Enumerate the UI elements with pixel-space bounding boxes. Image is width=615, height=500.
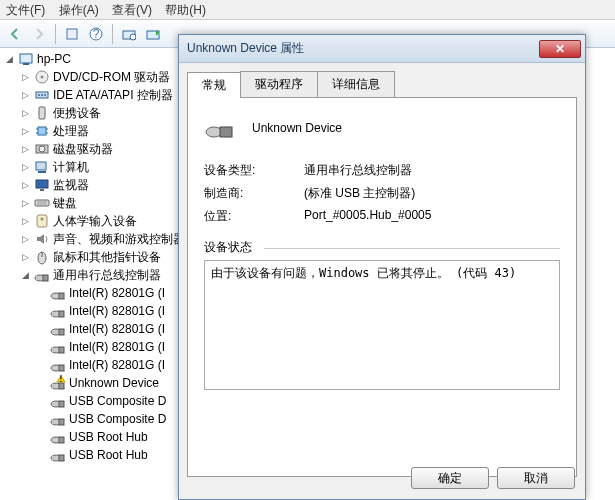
svg-rect-34: [43, 275, 48, 281]
tree-label: USB Root Hub: [69, 430, 148, 444]
tree-label: USB Composite D: [69, 412, 166, 426]
computer-icon: [18, 51, 34, 67]
svg-rect-22: [36, 162, 46, 170]
computer-icon: [34, 159, 50, 175]
update-button[interactable]: [142, 23, 164, 45]
properties-button[interactable]: [61, 23, 83, 45]
close-icon: ✕: [555, 42, 565, 56]
menu-action[interactable]: 操作(A): [59, 3, 99, 17]
ide-icon: [34, 87, 50, 103]
usb-icon: [50, 285, 66, 301]
tree-label: hp-PC: [37, 52, 71, 66]
device-type-value: 通用串行总线控制器: [304, 162, 560, 179]
ok-button[interactable]: 确定: [411, 467, 489, 489]
cancel-button[interactable]: 取消: [497, 467, 575, 489]
tree-label: 人体学输入设备: [53, 213, 137, 230]
properties-dialog: Unknown Device 属性 ✕ 常规 驱动程序 详细信息 Unknown…: [178, 34, 586, 500]
location-label: 位置:: [204, 208, 304, 225]
usb-icon: [50, 411, 66, 427]
svg-rect-7: [23, 63, 29, 65]
collapse-icon[interactable]: ◢: [4, 54, 15, 65]
close-button[interactable]: ✕: [539, 40, 581, 58]
svg-rect-42: [59, 347, 64, 353]
tree-label: 处理器: [53, 123, 89, 140]
usb-device-icon: [204, 112, 236, 144]
svg-rect-36: [59, 293, 64, 299]
svg-rect-49: [59, 401, 64, 407]
menu-view[interactable]: 查看(V): [112, 3, 152, 17]
expand-icon[interactable]: ▷: [20, 144, 31, 155]
svg-rect-15: [38, 127, 46, 135]
svg-point-30: [41, 218, 44, 221]
tree-label: 便携设备: [53, 105, 101, 122]
svg-point-21: [39, 146, 45, 152]
tree-label: Intel(R) 82801G (I: [69, 340, 165, 354]
svg-rect-57: [220, 127, 232, 137]
usb-icon: [34, 267, 50, 283]
usb-warn-icon: !: [50, 375, 66, 391]
expand-icon[interactable]: ▷: [20, 90, 31, 101]
svg-rect-40: [59, 329, 64, 335]
tab-details[interactable]: 详细信息: [317, 71, 395, 97]
usb-icon: [50, 357, 66, 373]
tree-label: Intel(R) 82801G (I: [69, 322, 165, 336]
expand-icon[interactable]: ▷: [20, 252, 31, 263]
tree-label: IDE ATA/ATAPI 控制器: [53, 87, 173, 104]
tab-driver[interactable]: 驱动程序: [240, 71, 318, 97]
expand-icon[interactable]: ▷: [20, 108, 31, 119]
monitor-icon: [34, 177, 50, 193]
menu-bar: 文件(F) 操作(A) 查看(V) 帮助(H): [0, 0, 615, 20]
disc-icon: [34, 69, 50, 85]
help-button[interactable]: ?: [85, 23, 107, 45]
expand-icon[interactable]: ▷: [20, 216, 31, 227]
tree-label: 磁盘驱动器: [53, 141, 113, 158]
usb-icon: [50, 393, 66, 409]
menu-file[interactable]: 文件(F): [6, 3, 45, 17]
svg-rect-25: [40, 189, 44, 191]
device-name: Unknown Device: [252, 121, 342, 135]
usb-icon: [50, 339, 66, 355]
scan-button[interactable]: [118, 23, 140, 45]
svg-rect-6: [20, 54, 32, 63]
expand-icon[interactable]: ▷: [20, 126, 31, 137]
expand-icon[interactable]: ▷: [20, 162, 31, 173]
tree-label: USB Composite D: [69, 394, 166, 408]
svg-rect-44: [59, 365, 64, 371]
svg-rect-51: [59, 419, 64, 425]
dialog-titlebar[interactable]: Unknown Device 属性 ✕: [179, 35, 585, 63]
device-status-label: 设备状态: [204, 239, 560, 256]
device-status-text[interactable]: [204, 260, 560, 390]
svg-rect-26: [35, 200, 49, 206]
expand-icon[interactable]: ▷: [20, 180, 31, 191]
manufacturer-value: (标准 USB 主控制器): [304, 185, 560, 202]
usb-icon: [50, 429, 66, 445]
svg-text:!: !: [59, 375, 62, 385]
svg-point-11: [38, 94, 40, 96]
tree-label: USB Root Hub: [69, 448, 148, 462]
usb-icon: [50, 321, 66, 337]
usb-icon: [50, 447, 66, 463]
keyboard-icon: [34, 195, 50, 211]
tab-general[interactable]: 常规: [187, 72, 241, 98]
tab-strip: 常规 驱动程序 详细信息: [179, 63, 585, 97]
svg-rect-0: [67, 29, 77, 39]
manufacturer-label: 制造商:: [204, 185, 304, 202]
disk-icon: [34, 141, 50, 157]
device-type-label: 设备类型:: [204, 162, 304, 179]
svg-rect-14: [39, 107, 45, 119]
expand-icon[interactable]: ▷: [20, 72, 31, 83]
tree-label: Intel(R) 82801G (I: [69, 358, 165, 372]
svg-rect-55: [59, 455, 64, 461]
dialog-title: Unknown Device 属性: [187, 40, 539, 57]
expand-icon[interactable]: ◢: [20, 270, 31, 281]
back-button[interactable]: [4, 23, 26, 45]
expand-icon[interactable]: ▷: [20, 234, 31, 245]
usb-icon: [50, 303, 66, 319]
menu-help[interactable]: 帮助(H): [165, 3, 206, 17]
tree-label: Intel(R) 82801G (I: [69, 286, 165, 300]
tree-label: 键盘: [53, 195, 77, 212]
cpu-icon: [34, 123, 50, 139]
expand-icon[interactable]: ▷: [20, 198, 31, 209]
tree-label: DVD/CD-ROM 驱动器: [53, 69, 170, 86]
forward-button[interactable]: [28, 23, 50, 45]
